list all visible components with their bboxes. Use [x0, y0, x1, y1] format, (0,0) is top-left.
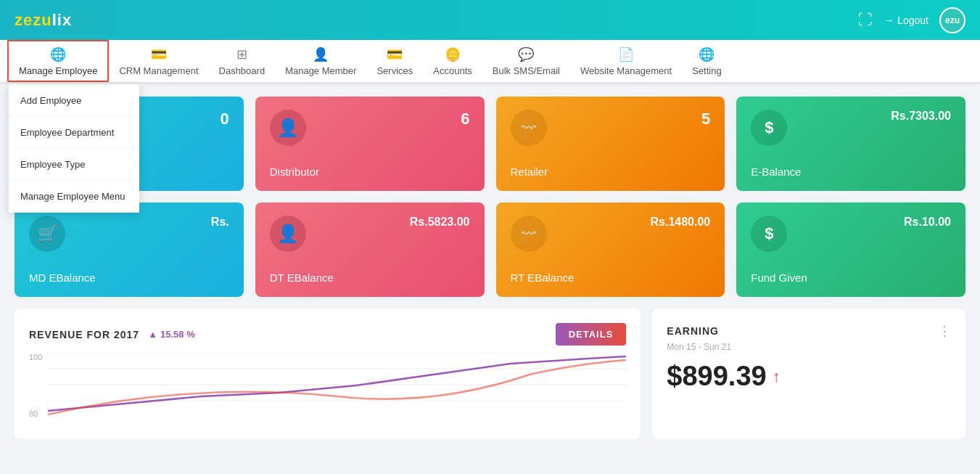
card-md-ebalance-icon: 🛒 — [29, 216, 65, 252]
cards-row-1: 🛒 0 MD 👤 6 Distributor 〰 5 Retailer $ — [15, 97, 965, 191]
manage-employee-label: Manage Employee — [19, 65, 97, 76]
navbar: 🌐 Manage Employee Add Employee Employee … — [0, 40, 980, 82]
card-distributor-icon: 👤 — [270, 110, 306, 146]
logout-arrow-icon: → — [884, 15, 894, 26]
chart-area: 100 80 — [29, 353, 626, 421]
topbar-right: ⛶ → Logout ezu — [858, 7, 965, 33]
nav-item-website-mgmt[interactable]: 📄 Website Management — [570, 40, 682, 82]
nav-item-manage-member[interactable]: 👤 Manage Member — [275, 40, 366, 82]
avatar-text: ezu — [945, 15, 960, 25]
card-retailer[interactable]: 〰 5 Retailer — [496, 97, 725, 191]
services-label: Services — [376, 65, 413, 76]
nav-item-accounts[interactable]: 🪙 Accounts — [423, 40, 482, 82]
percent-value: 15.58 % — [160, 329, 195, 340]
dashboard-label: Dashboard — [219, 65, 265, 76]
crm-icon: 💳 — [151, 46, 167, 62]
percent-badge: ▲ 15.58 % — [148, 329, 195, 340]
dropdown-add-employee[interactable]: Add Employee — [9, 85, 139, 117]
chart-svg-area — [48, 353, 626, 421]
setting-label: Setting — [692, 65, 721, 76]
earning-subtitle: Mon 15 - Sun 21 — [667, 342, 951, 352]
card-ebalance[interactable]: $ Rs.7303.00 E-Balance — [736, 97, 965, 191]
earning-amount: $899.39 ↑ — [667, 361, 951, 392]
card-distributor-label: Distributor — [270, 166, 470, 178]
card-fund-given-top: $ Rs.10.00 — [751, 216, 951, 252]
accounts-label: Accounts — [433, 65, 472, 76]
nav-item-bulk-sms[interactable]: 💬 Bulk SMS/Email — [482, 40, 570, 82]
chart-title: REVENUE FOR 2017 — [29, 329, 139, 340]
logout-label: Logout — [897, 15, 928, 26]
card-dt-ebalance-icon: 👤 — [270, 216, 306, 252]
logout-button[interactable]: → Logout — [884, 15, 928, 26]
card-dt-ebalance-top: 👤 Rs.5823.00 — [270, 216, 470, 252]
card-retailer-value: 5 — [701, 110, 710, 128]
logo: zezulix — [15, 11, 72, 30]
dropdown-employee-department[interactable]: Employee Department — [9, 117, 139, 149]
details-button[interactable]: DETAILS — [556, 323, 627, 346]
card-rt-ebalance-value: Rs.1480.00 — [651, 216, 711, 229]
chart-header: REVENUE FOR 2017 ▲ 15.58 % DETAILS — [29, 323, 626, 346]
nav-item-manage-employee[interactable]: 🌐 Manage Employee Add Employee Employee … — [7, 40, 109, 82]
card-md-ebalance[interactable]: 🛒 Rs. MD EBalance — [15, 203, 244, 297]
nav-item-setting[interactable]: 🌐 Setting — [682, 40, 731, 82]
nav-item-crm[interactable]: 💳 CRM Management — [109, 40, 208, 82]
earning-value: $899.39 — [667, 361, 766, 392]
earning-up-arrow-icon: ↑ — [773, 367, 781, 386]
website-mgmt-label: Website Management — [580, 65, 672, 76]
up-arrow-icon: ▲ — [148, 329, 157, 340]
topbar: zezulix ⛶ → Logout ezu — [0, 0, 980, 40]
card-rt-ebalance-top: 〰 Rs.1480.00 — [511, 216, 711, 252]
manage-employee-dropdown: Add Employee Employee Department Employe… — [9, 83, 139, 213]
card-md-ebalance-top: 🛒 Rs. — [29, 216, 229, 252]
manage-employee-icon: 🌐 — [50, 46, 66, 62]
website-mgmt-icon: 📄 — [618, 46, 634, 62]
card-md-value: 0 — [221, 110, 229, 128]
card-distributor-value: 6 — [461, 110, 469, 128]
card-dt-ebalance-label: DT EBalance — [270, 271, 470, 284]
card-ebalance-label: E-Balance — [751, 166, 951, 178]
card-rt-ebalance[interactable]: 〰 Rs.1480.00 RT EBalance — [496, 203, 725, 297]
card-rt-ebalance-label: RT EBalance — [511, 271, 711, 284]
card-fund-given-label: Fund Given — [751, 271, 951, 284]
setting-icon: 🌐 — [699, 46, 715, 62]
card-fund-given-icon: $ — [751, 216, 787, 252]
card-distributor-top: 👤 6 — [270, 110, 470, 146]
nav-item-dashboard[interactable]: ⊞ Dashboard — [209, 40, 276, 82]
card-retailer-label: Retailer — [511, 166, 711, 178]
card-ebalance-icon: $ — [751, 110, 787, 146]
card-retailer-icon: 〰 — [511, 110, 547, 146]
earning-title: EARNING — [667, 325, 719, 337]
dropdown-employee-type[interactable]: Employee Type — [9, 149, 139, 181]
earning-card: EARNING ⋮ Mon 15 - Sun 21 $899.39 ↑ — [652, 308, 965, 439]
dashboard-icon: ⊞ — [236, 46, 247, 62]
card-md-ebalance-value: Rs. — [211, 216, 229, 229]
card-ebalance-top: $ Rs.7303.00 — [751, 110, 951, 146]
y-label-100: 100 — [29, 353, 42, 361]
earning-header: EARNING ⋮ — [667, 323, 951, 339]
card-fund-given[interactable]: $ Rs.10.00 Fund Given — [736, 203, 965, 297]
three-dots-icon[interactable]: ⋮ — [938, 323, 951, 339]
y-axis: 100 80 — [29, 353, 42, 421]
nav-item-services[interactable]: 💳 Services — [366, 40, 423, 82]
bulk-sms-label: Bulk SMS/Email — [493, 65, 560, 76]
bulk-sms-icon: 💬 — [518, 46, 534, 62]
avatar[interactable]: ezu — [939, 7, 965, 33]
card-dt-ebalance-value: Rs.5823.00 — [410, 216, 470, 229]
manage-member-label: Manage Member — [285, 65, 356, 76]
manage-member-icon: 👤 — [313, 46, 329, 62]
card-md-ebalance-label: MD EBalance — [29, 271, 229, 284]
card-ebalance-value: Rs.7303.00 — [891, 110, 951, 123]
accounts-icon: 🪙 — [445, 46, 461, 62]
bottom-row: REVENUE FOR 2017 ▲ 15.58 % DETAILS 100 8… — [15, 308, 965, 439]
fullscreen-icon[interactable]: ⛶ — [858, 12, 873, 28]
crm-label: CRM Management — [119, 65, 198, 76]
card-dt-ebalance[interactable]: 👤 Rs.5823.00 DT EBalance — [255, 203, 485, 297]
revenue-chart-card: REVENUE FOR 2017 ▲ 15.58 % DETAILS 100 8… — [15, 308, 641, 439]
card-distributor[interactable]: 👤 6 Distributor — [255, 97, 485, 191]
card-retailer-top: 〰 5 — [511, 110, 711, 146]
dropdown-manage-employee-menu[interactable]: Manage Employee Menu — [9, 181, 139, 213]
y-label-80: 80 — [29, 409, 42, 418]
services-icon: 💳 — [387, 46, 403, 62]
card-rt-ebalance-icon: 〰 — [511, 216, 547, 252]
card-fund-given-value: Rs.10.00 — [904, 216, 951, 229]
